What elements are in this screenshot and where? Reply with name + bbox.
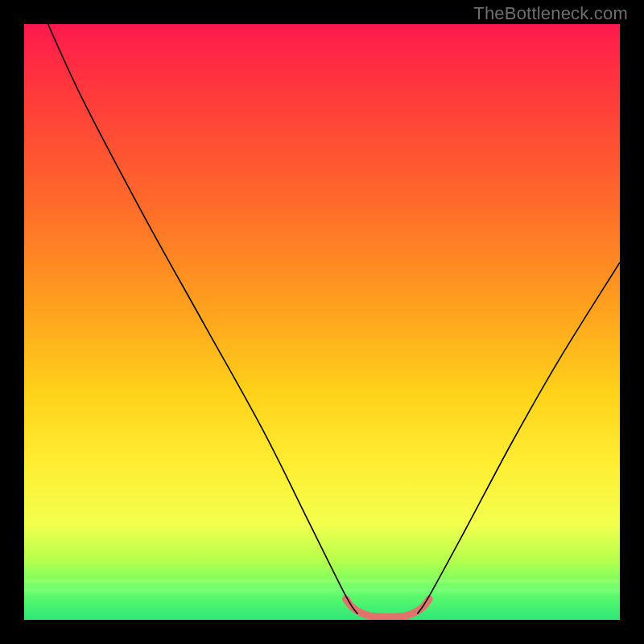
series-optimal-zone-highlight	[346, 599, 430, 617]
series-bottleneck-curve-left	[48, 24, 358, 614]
curve-layer	[24, 24, 620, 620]
series-bottleneck-curve-right	[417, 262, 620, 614]
watermark-text: TheBottleneck.com	[473, 3, 628, 24]
chart-frame: TheBottleneck.com	[0, 0, 644, 644]
plot-area	[24, 24, 620, 620]
